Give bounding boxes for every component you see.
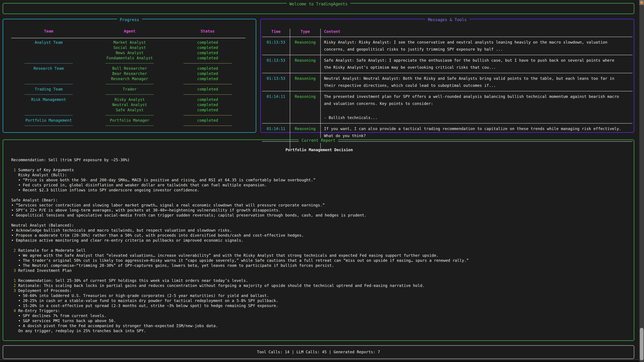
report-list-number: 2 bbox=[14, 248, 16, 253]
progress-group-separator bbox=[10, 123, 256, 128]
report-line bbox=[11, 162, 627, 167]
messages-table: Time Type Content 01:13:53ReasoningRisky… bbox=[262, 29, 632, 149]
report-line bbox=[11, 193, 627, 198]
report-line: • A dovish pivot from the Fed accompanie… bbox=[11, 323, 627, 328]
report-list-number: 1 bbox=[14, 168, 16, 172]
report-line: • Propose a moderate trim (20-30%) rathe… bbox=[11, 233, 627, 238]
report-line: Risky Analyst (Bull): bbox=[11, 172, 627, 177]
report-list-number: 2 bbox=[14, 283, 16, 288]
report-line: • SPY’s 22× P/E is above long-term avera… bbox=[11, 208, 627, 213]
messages-col-content: Content bbox=[320, 29, 632, 37]
message-time: 01:13:53 bbox=[262, 55, 290, 73]
message-content: If you want, I can also provide a tactic… bbox=[320, 123, 632, 141]
report-line: 3 Deployment of Proceeds: bbox=[11, 288, 627, 293]
message-row: 01:13:53ReasoningRisky Analyst: Risky An… bbox=[262, 37, 632, 55]
progress-row: Social Analystcompleted bbox=[10, 45, 256, 50]
report-line: • 20-25% in cash or a stable-value fund … bbox=[11, 298, 627, 303]
report-line: • We agree with the Safe Analyst that “e… bbox=[11, 253, 627, 258]
messages-col-time: Time bbox=[262, 29, 290, 37]
progress-table: Team Agent Status Analyst TeamMarket Ana… bbox=[3, 19, 256, 128]
progress-row: Portfolio ManagementPortfolio Managercom… bbox=[10, 118, 256, 123]
report-line: 2 Rationale: This scaling back locks in … bbox=[11, 283, 627, 288]
window-bottom-edge bbox=[0, 360, 639, 362]
report-line: Recommendation: Sell (trim SPY exposure … bbox=[11, 157, 627, 162]
welcome-panel: Welcome to TradingAgents bbox=[3, 3, 634, 14]
message-type: Reasoning bbox=[290, 37, 320, 55]
progress-row: News Analystcompleted bbox=[10, 50, 256, 55]
report-line: On any trigger, redeploy in 25% tranches… bbox=[11, 328, 627, 333]
report-line: • Fed cuts priced in, global disinflatio… bbox=[11, 183, 627, 188]
report-list-number: 3 bbox=[14, 268, 16, 273]
report-line: • “Price is above both the 50- and 200-d… bbox=[11, 177, 627, 183]
message-time: 01:14:11 bbox=[262, 123, 290, 141]
stats-footer-panel: Tool Calls: 14 | LLM Calls: 45 | Generat… bbox=[3, 345, 634, 359]
report-list-number: 3 bbox=[14, 289, 16, 293]
progress-row: Safe Analystcompleted bbox=[10, 107, 256, 113]
report-body: Recommendation: Sell (trim SPY exposure … bbox=[11, 157, 627, 333]
progress-table-body: Analyst TeamMarket AnalystcompletedSocia… bbox=[10, 40, 256, 128]
progress-group-separator bbox=[10, 61, 256, 66]
report-list-number: 1 bbox=[14, 278, 16, 283]
message-content: Risky Analyst: Risky Analyst: I see the … bbox=[320, 37, 632, 55]
report-line: 4 Re-Entry Triggers: bbox=[11, 308, 627, 313]
report-line: • 50-60% into laddered U.S. Treasuries o… bbox=[11, 293, 627, 298]
report-line bbox=[11, 243, 627, 248]
message-content: The presented investment plan for SPY of… bbox=[320, 91, 632, 123]
message-row: 01:13:53ReasoningNeutral Analyst: Neutra… bbox=[262, 73, 632, 91]
message-type: Reasoning bbox=[290, 73, 320, 91]
report-panel-title: Current Report bbox=[299, 138, 338, 143]
scroll-marker-icon bbox=[640, 1, 643, 4]
report-line: • S&P services PMI turns back up above 5… bbox=[11, 318, 627, 323]
progress-row: Neutral Analystcompleted bbox=[10, 102, 256, 107]
progress-panel: Progress Team Agent Status Analyst TeamM… bbox=[3, 19, 256, 133]
message-type: Reasoning bbox=[290, 55, 320, 73]
progress-row: Analyst TeamMarket Analystcompleted bbox=[10, 40, 256, 45]
report-line: 2 Rationale for a Moderate Sell bbox=[11, 248, 627, 253]
scrollbar-track[interactable] bbox=[639, 0, 644, 362]
message-row: 01:13:53ReasoningSafe Analyst: Safe Anal… bbox=[262, 55, 632, 73]
terminal-screen: Welcome to TradingAgents Progress Team A… bbox=[0, 0, 644, 362]
progress-group-separator bbox=[10, 92, 256, 97]
report-line: 1 Summary of Key Arguments bbox=[11, 167, 627, 172]
progress-table-header: Team Agent Status bbox=[10, 29, 256, 34]
progress-col-status: Status bbox=[172, 29, 243, 34]
report-line: • Geopolitical tensions and speculative … bbox=[11, 213, 627, 218]
message-content: Safe Analyst: Safe Analyst: I appreciate… bbox=[320, 55, 632, 73]
progress-panel-title: Progress bbox=[117, 17, 142, 22]
progress-header-separator bbox=[11, 38, 245, 38]
report-line: Neutral Analyst (Balanced): bbox=[11, 223, 627, 228]
report-line: • SPY declines 7% from current levels. bbox=[11, 313, 627, 318]
messages-col-type: Type bbox=[290, 29, 320, 37]
scrollbar-thumb[interactable] bbox=[640, 328, 644, 360]
report-line: • Emphasize active monitoring and clear … bbox=[11, 238, 627, 243]
messages-table-header: Time Type Content bbox=[262, 29, 632, 37]
message-time: 01:13:53 bbox=[262, 37, 290, 55]
message-row: 01:14:11ReasoningThe presented investmen… bbox=[262, 91, 632, 123]
report-line: • Acknowledge bullish technicals and mac… bbox=[11, 228, 627, 233]
report-list-number: 4 bbox=[14, 309, 16, 313]
message-content: Neutral Analyst: Neutral Analyst: Both t… bbox=[320, 73, 632, 91]
report-heading: Portfolio Management Decision bbox=[11, 147, 627, 152]
report-line: • The Neutral compromise—“trimming 20-30… bbox=[11, 263, 627, 268]
progress-row: Risk ManagementRisky Analystcompleted bbox=[10, 97, 256, 102]
message-type: Reasoning bbox=[290, 91, 320, 123]
progress-row: Bear Researchercompleted bbox=[10, 71, 256, 76]
welcome-title: Welcome to TradingAgents bbox=[287, 1, 350, 6]
report-line: 3 Refined Investment Plan bbox=[11, 268, 627, 273]
report-panel: Current Report Portfolio Management Deci… bbox=[3, 139, 634, 341]
scroll-top-button[interactable] bbox=[639, 0, 644, 5]
message-time: 01:13:53 bbox=[262, 73, 290, 91]
progress-col-agent: Agent bbox=[88, 29, 172, 34]
progress-row: Research Managercompleted bbox=[10, 76, 256, 81]
stats-footer-text: Tool Calls: 14 | LLM Calls: 45 | Generat… bbox=[3, 346, 634, 358]
progress-row: Research TeamBull Researchercompleted bbox=[10, 66, 256, 71]
progress-group-separator bbox=[10, 113, 256, 118]
messages-panel: Messages & Tools Time Type Content 01:13… bbox=[260, 19, 634, 133]
report-line: 1 Recommendation: Sell 25-30% of current… bbox=[11, 278, 627, 283]
report-line: • Recent $2.3 billion inflows into SPY u… bbox=[11, 188, 627, 193]
report-line: • “Services sector contraction and slowi… bbox=[11, 203, 627, 208]
report-line: • The trader’s original 50% cut is likel… bbox=[11, 258, 627, 263]
progress-col-team: Team bbox=[10, 29, 88, 34]
progress-group-separator bbox=[10, 81, 256, 87]
report-line bbox=[11, 273, 627, 278]
